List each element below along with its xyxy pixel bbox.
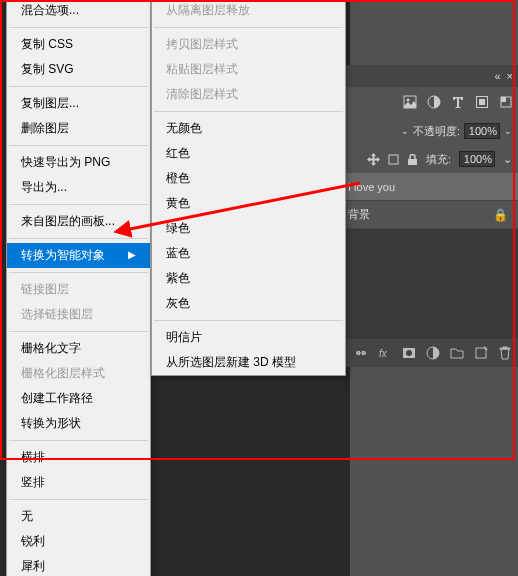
layers-list: I love you 背景 🔒 <box>340 173 518 229</box>
new-layer-icon[interactable] <box>474 346 488 360</box>
image-icon[interactable] <box>403 95 417 109</box>
menu-item: 从隔离图层释放 <box>152 0 345 23</box>
menu-separator <box>154 27 343 28</box>
opacity-value[interactable]: 100% <box>464 123 500 139</box>
menu-item[interactable]: 犀利 <box>7 554 150 576</box>
menu-item[interactable]: 复制 CSS <box>7 32 150 57</box>
svg-rect-13 <box>476 348 486 358</box>
lock-all-icon[interactable] <box>407 153 418 166</box>
fill-label: 填充: <box>426 152 451 167</box>
svg-rect-7 <box>389 155 398 164</box>
menu-item[interactable]: 绿色 <box>152 216 345 241</box>
menu-separator <box>9 204 148 205</box>
menu-item[interactable]: 无颜色 <box>152 116 345 141</box>
svg-point-1 <box>407 99 410 102</box>
menu-item[interactable]: 混合选项... <box>7 0 150 23</box>
fill-chevron-icon[interactable]: ⌄ <box>503 153 512 166</box>
menu-item[interactable]: 橙色 <box>152 166 345 191</box>
menu-item[interactable]: 导出为... <box>7 175 150 200</box>
panel-header: « × <box>340 65 518 87</box>
menu-separator <box>9 238 148 239</box>
menu-item[interactable]: 竖排 <box>7 470 150 495</box>
menu-item: 清除图层样式 <box>152 82 345 107</box>
menu-item[interactable]: 蓝色 <box>152 241 345 266</box>
new-adjustment-icon[interactable] <box>426 346 440 360</box>
collapse-icon[interactable]: « <box>494 70 500 82</box>
text-icon[interactable] <box>451 95 465 109</box>
layer-type-icons-row <box>340 87 518 117</box>
group-icon[interactable] <box>450 346 464 360</box>
fill-value[interactable]: 100% <box>459 151 495 167</box>
close-icon[interactable]: × <box>507 70 513 82</box>
menu-item[interactable]: 创建工作路径 <box>7 386 150 411</box>
svg-point-11 <box>406 350 412 356</box>
menu-item[interactable]: 黄色 <box>152 191 345 216</box>
opacity-chevron-icon[interactable]: ⌄ <box>504 126 512 136</box>
link-icon[interactable] <box>354 346 368 360</box>
menu-item[interactable]: 转换为智能对象▶ <box>7 243 150 268</box>
menu-item[interactable]: 栅格化文字 <box>7 336 150 361</box>
svg-rect-6 <box>501 97 506 102</box>
context-menu-left: 混合选项...复制 CSS复制 SVG复制图层...删除图层快速导出为 PNG导… <box>6 0 151 576</box>
layer-name: I love you <box>348 181 395 193</box>
blend-mode-chevron-icon[interactable]: ⌄ <box>401 126 409 136</box>
opacity-row: ⌄ 不透明度: 100% ⌄ <box>340 117 518 145</box>
layer-item[interactable]: 背景 🔒 <box>340 201 518 229</box>
svg-rect-4 <box>479 99 485 105</box>
shape-icon[interactable] <box>475 95 489 109</box>
layer-name: 背景 <box>348 207 370 222</box>
menu-item[interactable]: 复制图层... <box>7 91 150 116</box>
menu-item[interactable]: 删除图层 <box>7 116 150 141</box>
layers-empty-area <box>340 229 518 339</box>
submenu-arrow-icon: ▶ <box>128 249 136 260</box>
layers-bottom-toolbar: fx <box>340 339 518 367</box>
menu-separator <box>154 111 343 112</box>
menu-separator <box>9 145 148 146</box>
mask-icon[interactable] <box>402 346 416 360</box>
lock-move-icon[interactable] <box>367 153 380 166</box>
menu-item: 拷贝图层样式 <box>152 32 345 57</box>
menu-item[interactable]: 锐利 <box>7 529 150 554</box>
menu-separator <box>9 86 148 87</box>
menu-item[interactable]: 灰色 <box>152 291 345 316</box>
menu-separator <box>154 320 343 321</box>
menu-separator <box>9 331 148 332</box>
svg-text:fx: fx <box>379 348 388 359</box>
menu-item[interactable]: 无 <box>7 504 150 529</box>
menu-item[interactable]: 快速导出为 PNG <box>7 150 150 175</box>
menu-item: 粘贴图层样式 <box>152 57 345 82</box>
menu-separator <box>9 272 148 273</box>
opacity-label: 不透明度: <box>413 124 460 139</box>
menu-separator <box>9 499 148 500</box>
layer-item[interactable]: I love you <box>340 173 518 201</box>
menu-item: 链接图层 <box>7 277 150 302</box>
menu-item[interactable]: 红色 <box>152 141 345 166</box>
delete-icon[interactable] <box>498 346 512 360</box>
menu-item[interactable]: 从所选图层新建 3D 模型 <box>152 350 345 375</box>
menu-item: 选择链接图层 <box>7 302 150 327</box>
lock-icon[interactable]: 🔒 <box>493 208 508 222</box>
menu-separator <box>9 27 148 28</box>
smartobject-icon[interactable] <box>499 95 513 109</box>
lock-artboard-icon[interactable] <box>387 153 400 166</box>
menu-item[interactable]: 明信片 <box>152 325 345 350</box>
svg-rect-8 <box>408 159 417 165</box>
menu-item: 栅格化图层样式 <box>7 361 150 386</box>
menu-item[interactable]: 转换为形状 <box>7 411 150 436</box>
menu-item[interactable]: 紫色 <box>152 266 345 291</box>
fill-row: 填充: 100% ⌄ <box>340 145 518 173</box>
menu-item[interactable]: 来自图层的画板... <box>7 209 150 234</box>
adjustment-icon[interactable] <box>427 95 441 109</box>
menu-item[interactable]: 复制 SVG <box>7 57 150 82</box>
menu-item[interactable]: 横排 <box>7 445 150 470</box>
fx-icon[interactable]: fx <box>378 346 392 360</box>
context-menu-right: 从隔离图层释放拷贝图层样式粘贴图层样式清除图层样式无颜色红色橙色黄色绿色蓝色紫色… <box>151 0 346 376</box>
menu-separator <box>9 440 148 441</box>
layers-panel: « × ⌄ 不透明度: 100% ⌄ 填充: 100% ⌄ I love you… <box>340 65 518 367</box>
